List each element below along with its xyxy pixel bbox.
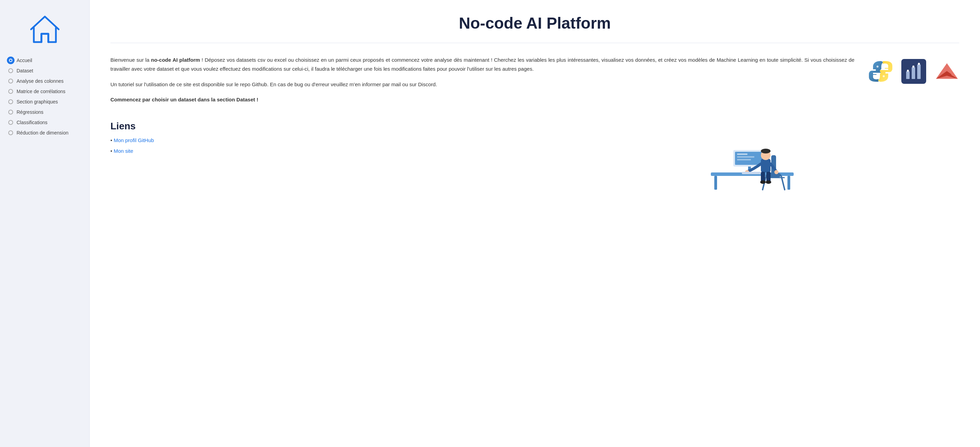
link-item-site: • Mon site (110, 148, 525, 154)
nav-radio-analyse-colonnes (8, 79, 13, 84)
illustration-block (545, 121, 959, 197)
logo-container (0, 7, 89, 55)
desk-illustration (697, 121, 807, 197)
main-content: No-code AI Platform Bienvenue sur la no-… (90, 0, 980, 447)
svg-point-7 (918, 63, 920, 65)
python-icon (868, 59, 893, 84)
svg-rect-26 (761, 159, 770, 173)
nav-item-reduction-dimension[interactable]: Réduction de dimension (6, 128, 84, 138)
link-bullet-2: • (110, 148, 113, 154)
intro-row: Bienvenue sur la no-code AI platform ! D… (110, 55, 959, 110)
link-item-github: • Mon profil GitHub (110, 137, 525, 143)
svg-point-30 (774, 170, 778, 174)
nav-item-dataset[interactable]: Dataset (6, 65, 84, 76)
nav-list: Accueil Dataset Analyse des colonnes Mat… (0, 55, 89, 138)
github-link[interactable]: Mon profil GitHub (113, 137, 154, 143)
tech-icons (868, 55, 959, 84)
nav-label-reduction-dimension: Réduction de dimension (17, 130, 68, 136)
svg-rect-12 (714, 176, 717, 190)
streamlit-icon (934, 59, 959, 84)
link-bullet-1: • (110, 137, 113, 143)
nav-label-classifications: Classifications (17, 120, 47, 125)
nav-item-section-graphiques[interactable]: Section graphiques (6, 97, 84, 107)
nav-radio-section-graphiques (8, 99, 13, 104)
svg-rect-3 (912, 67, 915, 79)
liens-row: Liens • Mon profil GitHub • Mon site (110, 121, 959, 197)
nav-label-section-graphiques: Section graphiques (17, 99, 58, 105)
page-title: No-code AI Platform (110, 14, 959, 32)
svg-point-1 (883, 75, 885, 77)
svg-point-5 (907, 70, 909, 72)
paragraph3: Commencez par choisir un dataset dans la… (110, 95, 854, 104)
nav-label-dataset: Dataset (17, 68, 33, 73)
nav-label-analyse-colonnes: Analyse des colonnes (17, 78, 64, 84)
sidebar: Accueil Dataset Analyse des colonnes Mat… (0, 0, 90, 447)
intro-text: Bienvenue sur la no-code AI platform ! D… (110, 55, 854, 110)
svg-rect-19 (737, 156, 754, 158)
plotly-icon (901, 59, 926, 84)
nav-radio-dataset (8, 68, 13, 73)
nav-radio-reduction-dimension (8, 130, 13, 135)
svg-point-35 (766, 181, 771, 184)
site-link[interactable]: Mon site (113, 148, 133, 154)
paragraph1: Bienvenue sur la no-code AI platform ! D… (110, 55, 854, 74)
svg-point-28 (761, 149, 770, 154)
nav-item-analyse-colonnes[interactable]: Analyse des colonnes (6, 76, 84, 86)
nav-radio-accueil (8, 58, 13, 63)
svg-rect-2 (906, 71, 910, 79)
svg-point-6 (912, 65, 915, 68)
liens-title: Liens (110, 121, 525, 132)
nav-radio-classifications (8, 120, 13, 125)
nav-item-regressions[interactable]: Régressions (6, 107, 84, 117)
nav-item-accueil[interactable]: Accueil (6, 55, 84, 65)
nav-item-classifications[interactable]: Classifications (6, 117, 84, 128)
nav-label-regressions: Régressions (17, 109, 43, 115)
svg-rect-13 (788, 176, 790, 190)
svg-rect-18 (737, 154, 748, 155)
liens-block: Liens • Mon profil GitHub • Mon site (110, 121, 525, 159)
svg-rect-31 (742, 172, 761, 174)
svg-rect-4 (917, 65, 921, 79)
svg-rect-20 (737, 159, 751, 160)
svg-point-34 (760, 181, 766, 184)
nav-radio-matrice-correlations (8, 89, 13, 94)
svg-point-0 (877, 65, 878, 68)
home-icon (28, 14, 62, 45)
nav-label-matrice-correlations: Matrice de corrélations (17, 89, 65, 94)
paragraph2: Un tutoriel sur l'utilisation de ce site… (110, 80, 854, 89)
nav-label-accueil: Accueil (17, 58, 32, 63)
nav-item-matrice-correlations[interactable]: Matrice de corrélations (6, 86, 84, 97)
nav-radio-regressions (8, 110, 13, 114)
